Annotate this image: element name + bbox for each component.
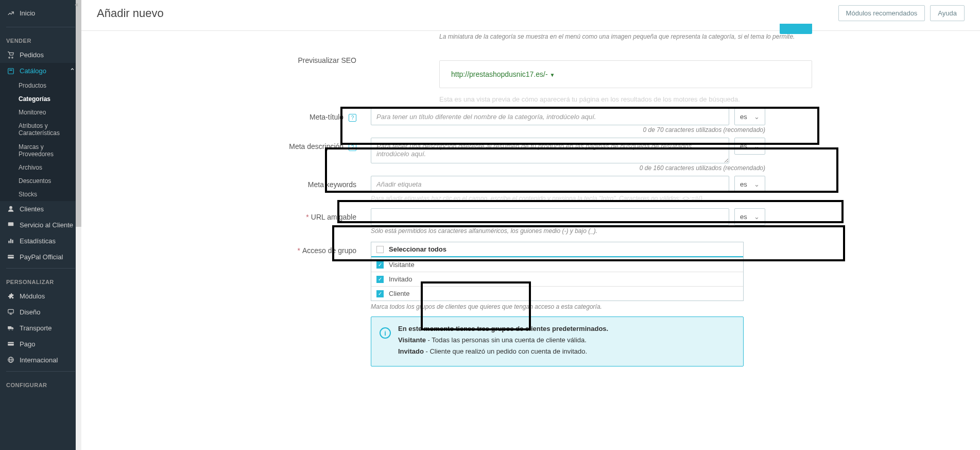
url-input[interactable] xyxy=(371,208,729,225)
sidebar-label-pedidos: Pedidos xyxy=(20,51,75,59)
svg-point-14 xyxy=(12,329,13,330)
grupo-check-cliente[interactable]: ✓ xyxy=(376,290,384,297)
grupo-check-visitante[interactable]: ✓ xyxy=(376,261,384,269)
sidebar-sub-atributos[interactable]: Atributos y Características xyxy=(0,119,81,140)
sidebar: « Inicio VENDER Pedidos Catálogo ⌃ Produ… xyxy=(0,0,81,450)
sidebar-collapse-icon[interactable]: « xyxy=(75,1,78,8)
sidebar-item-internacional[interactable]: Internacional xyxy=(0,352,81,368)
lang-label: es xyxy=(740,113,747,121)
sidebar-item-estadisticas[interactable]: Estadísticas xyxy=(0,233,81,249)
grupo-label-all: Seleccionar todos xyxy=(389,245,446,253)
sidebar-item-servicio[interactable]: Servicio al Cliente xyxy=(0,217,81,233)
url-help: Sólo está permitidos los caracteres alfa… xyxy=(371,227,765,235)
sidebar-sub-marcas[interactable]: Marcas y Proveedores xyxy=(0,140,81,161)
thumbnail-upload-button-partial[interactable] xyxy=(780,24,812,34)
svg-point-2 xyxy=(9,206,12,209)
sidebar-item-diseno[interactable]: Diseño xyxy=(0,304,81,320)
meta-title-counter: 0 de 70 caracteres utilizados (recomenda… xyxy=(371,126,765,134)
meta-desc-input[interactable] xyxy=(371,138,729,163)
meta-title-input[interactable] xyxy=(371,108,729,125)
alert-line-visitante: Visitante - Todas las personas sin una c… xyxy=(398,336,734,345)
help-icon[interactable]: ? xyxy=(349,143,356,151)
modulos-recomendados-button[interactable]: Módulos recomendados xyxy=(838,5,925,21)
lang-dropdown[interactable]: es ⌄ xyxy=(734,138,765,155)
sidebar-item-pedidos[interactable]: Pedidos xyxy=(0,47,81,63)
sidebar-label-catalogo: Catálogo xyxy=(20,67,70,75)
cart-icon xyxy=(6,52,15,59)
sidebar-sub-catalogo: Productos Categorías Monitoreo Atributos… xyxy=(0,79,81,201)
form-content: La miniatura de la categoría se muestra … xyxy=(81,33,980,377)
ayuda-button[interactable]: Ayuda xyxy=(930,5,965,21)
grupo-row-all[interactable]: Seleccionar todos xyxy=(371,242,743,257)
sidebar-divider xyxy=(6,371,75,372)
catalog-icon xyxy=(6,68,15,75)
grupo-row-cliente[interactable]: ✓ Cliente xyxy=(371,286,743,301)
sidebar-sub-stocks[interactable]: Stocks xyxy=(0,188,81,201)
monitor-icon xyxy=(6,308,15,315)
meta-keywords-input[interactable] xyxy=(371,176,729,193)
sidebar-sub-productos[interactable]: Productos xyxy=(0,79,81,92)
sidebar-label-estadisticas: Estadísticas xyxy=(20,237,75,245)
lang-label: es xyxy=(740,213,747,221)
sidebar-item-paypal[interactable]: PayPal Official xyxy=(0,249,81,265)
sidebar-section-vender: VENDER xyxy=(0,30,81,47)
user-icon xyxy=(6,205,15,212)
page-header: Añadir nuevo Módulos recomendados Ayuda xyxy=(81,0,980,31)
grupo-row-visitante[interactable]: ✓ Visitante xyxy=(371,257,743,272)
svg-rect-12 xyxy=(8,326,11,329)
chevron-up-icon: ⌃ xyxy=(70,67,75,75)
sidebar-item-modulos[interactable]: Módulos xyxy=(0,288,81,304)
svg-rect-16 xyxy=(8,343,14,344)
svg-rect-8 xyxy=(8,256,14,257)
chevron-down-icon: ⌄ xyxy=(754,213,760,221)
globe-icon xyxy=(6,356,15,363)
sidebar-label-clientes: Clientes xyxy=(20,205,75,213)
grupo-label: *Acceso de grupo xyxy=(97,242,371,255)
sidebar-label-inicio: Inicio xyxy=(20,9,75,17)
grupo-info-alert: i En este momento tienes tres grupos de … xyxy=(371,316,744,366)
sidebar-divider xyxy=(6,268,75,269)
grupo-help: Marca todos los grupos de clientes que q… xyxy=(371,303,765,310)
chevron-down-icon: ⌄ xyxy=(754,113,760,121)
chevron-down-icon: ⌄ xyxy=(754,180,760,188)
sidebar-sub-monitoreo[interactable]: Monitoreo xyxy=(0,106,81,119)
grupo-label-invitado: Invitado xyxy=(389,275,412,283)
svg-rect-5 xyxy=(10,239,11,243)
sidebar-item-clientes[interactable]: Clientes xyxy=(0,201,81,217)
grupo-check-invitado[interactable]: ✓ xyxy=(376,276,384,283)
meta-desc-counter: 0 de 160 caracteres utilizados (recomend… xyxy=(371,164,765,172)
grupo-label-cliente: Cliente xyxy=(389,290,409,297)
caret-down-icon[interactable]: ▼ xyxy=(550,72,555,78)
svg-rect-6 xyxy=(12,240,13,243)
grupo-row-invitado[interactable]: ✓ Invitado xyxy=(371,272,743,286)
lang-label: es xyxy=(740,142,747,150)
sidebar-sub-categorias[interactable]: Categorías xyxy=(0,92,81,106)
lang-label: es xyxy=(740,180,747,188)
svg-rect-1 xyxy=(9,70,12,71)
sidebar-sub-archivos[interactable]: Archivos xyxy=(0,161,81,174)
alert-line-invitado: Invitado - Cliente que realizó un pedido… xyxy=(398,347,734,356)
svg-rect-0 xyxy=(8,68,14,74)
seo-preview-help: Esta es una vista previa de cómo aparece… xyxy=(439,95,810,103)
puzzle-icon xyxy=(6,292,15,299)
sidebar-label-modulos: Módulos xyxy=(20,292,75,300)
card-icon xyxy=(6,253,15,260)
alert-title: En este momento tienes tres grupos de cl… xyxy=(398,324,734,334)
sidebar-item-pago[interactable]: Pago xyxy=(0,336,81,352)
lang-dropdown[interactable]: es ⌄ xyxy=(734,176,765,193)
help-icon[interactable]: ? xyxy=(349,114,356,122)
sidebar-item-transporte[interactable]: Transporte xyxy=(0,320,81,336)
sidebar-sub-descuentos[interactable]: Descuentos xyxy=(0,174,81,188)
url-label: *URL amigable xyxy=(97,208,371,221)
sidebar-item-catalogo[interactable]: Catálogo ⌃ xyxy=(0,63,81,79)
grupo-label-visitante: Visitante xyxy=(389,261,415,269)
sidebar-item-inicio[interactable]: Inicio xyxy=(0,5,81,21)
meta-desc-label: Meta descripción ? xyxy=(97,138,371,151)
meta-keywords-help: Para añadir etiquetas haz clic en el cam… xyxy=(371,195,765,202)
card-icon xyxy=(6,340,15,347)
grupo-check-all[interactable] xyxy=(376,246,384,253)
lang-dropdown[interactable]: es ⌄ xyxy=(734,108,765,125)
lang-dropdown[interactable]: es ⌄ xyxy=(734,208,765,225)
trending-icon xyxy=(6,10,15,17)
sidebar-label-diseno: Diseño xyxy=(20,308,75,316)
